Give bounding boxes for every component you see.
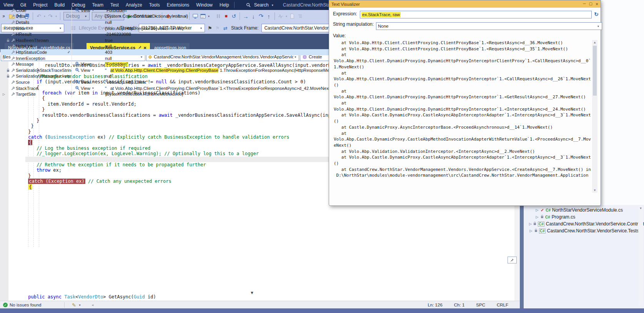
stack-trace-line: Volo.Abp.Http.Client.DynamicProxying.Dyn… bbox=[334, 94, 591, 100]
chevron-down-icon: ▾ bbox=[92, 63, 95, 66]
watch-value: "Volo.Abp.Http.Client" bbox=[105, 80, 148, 84]
pin-icon[interactable] bbox=[67, 50, 70, 55]
chevron-down-icon: ▾ bbox=[92, 86, 95, 90]
row-pin-button[interactable] bbox=[508, 257, 517, 263]
code-cleanup-icon[interactable]: ✎ bbox=[70, 301, 78, 309]
menu-tools[interactable]: Tools bbox=[146, 2, 163, 8]
view-button[interactable]: View▾ bbox=[75, 61, 95, 67]
expression-field[interactable]: ex.StackTrace, raw bbox=[360, 11, 592, 18]
maximize-icon[interactable]: ▢ bbox=[589, 2, 592, 7]
view-magnifier-icon bbox=[75, 86, 80, 91]
expander-icon[interactable]: ▷ bbox=[535, 215, 539, 219]
solution-explorer-scrollbar[interactable]: ▼ bbox=[638, 206, 643, 306]
string-manipulation-label: String manipulation: bbox=[333, 22, 374, 27]
watch-name: HResult bbox=[16, 32, 32, 36]
scroll-down-icon[interactable]: ▼ bbox=[592, 188, 597, 193]
view-button[interactable]: View▾ bbox=[75, 86, 95, 91]
watch-value: "Forbidden" bbox=[105, 62, 128, 66]
menu-extensions[interactable]: Extensions bbox=[163, 2, 193, 8]
string-manipulation-combo[interactable]: None ▾ bbox=[376, 22, 602, 30]
expander-icon[interactable]: ▷ bbox=[529, 222, 532, 226]
solution-item-castandcrew-northstar-vendorservice-contracts[interactable]: ▷C#CastandCrew.NorthStar.VendorService.C… bbox=[524, 220, 644, 227]
menu-build[interactable]: Build bbox=[51, 2, 68, 8]
scrollbar-thumb[interactable] bbox=[593, 46, 597, 96]
scroll-up-icon[interactable]: ▲ bbox=[592, 40, 597, 45]
expander-icon[interactable]: ▷ bbox=[529, 229, 533, 233]
view-button[interactable]: View▾ bbox=[75, 68, 95, 73]
watch-value: null bbox=[105, 74, 112, 78]
dialog-title-bar[interactable]: Text Visualizer ─ ▢ × bbox=[329, 0, 601, 8]
menu-team[interactable]: Team bbox=[89, 2, 107, 8]
property-wrench-icon bbox=[10, 8, 16, 13]
minimize-icon[interactable]: ─ bbox=[583, 2, 586, 7]
view-button[interactable]: View▾ bbox=[75, 8, 95, 13]
menu-test[interactable]: Test bbox=[107, 2, 122, 8]
view-button[interactable]: View▾ bbox=[75, 79, 95, 85]
stack-trace-line: at bbox=[334, 88, 591, 94]
watch-name: SerializationWatsonBuckets bbox=[16, 74, 70, 78]
watch-name: Details bbox=[16, 20, 29, 25]
dialog-scrollbar[interactable]: ▲ ▼ bbox=[592, 40, 597, 193]
property-wrench-icon bbox=[10, 62, 16, 66]
collapse-left-icon[interactable]: ◂ bbox=[92, 303, 93, 307]
menu-analyze[interactable]: Analyze bbox=[122, 2, 146, 8]
issues-indicator[interactable]: ✓ No issues found bbox=[3, 303, 41, 307]
expander-icon[interactable]: ▷ bbox=[2, 26, 6, 30]
stack-trace-line: at Volo.Abp.Http.Client.ClientProxying.C… bbox=[334, 40, 591, 46]
expander-icon[interactable]: ▷ bbox=[2, 56, 6, 60]
stack-trace-line: () bbox=[334, 161, 591, 167]
property-wrench-icon bbox=[10, 68, 16, 73]
solution-item-label: NorthStarVendorServiceModule.cs bbox=[552, 207, 623, 213]
refresh-icon[interactable]: ↻ bbox=[593, 11, 600, 18]
solution-item-label: CastandCrew.NorthStar.VendorService.Cont… bbox=[546, 221, 644, 227]
csharp-test-project-icon: C# bbox=[539, 229, 546, 234]
watch-value: -2146233088 bbox=[105, 32, 131, 36]
solution-item-program-cs[interactable]: ▷C#Program.cs bbox=[524, 214, 644, 220]
solution-item-label: CastandCrew.NorthStar.VendorService.Test… bbox=[547, 228, 639, 234]
watch-value: {System.Reflection.RuntimeMethodInfo} bbox=[105, 92, 183, 96]
watch-name: Data bbox=[16, 14, 25, 18]
column-indicator[interactable]: Ch: 1 bbox=[454, 303, 476, 307]
stack-trace-line: at Volo.Abp.Validation.ValidationInterce… bbox=[334, 149, 591, 155]
chevron-down-icon[interactable]: ▾ bbox=[78, 303, 82, 307]
expression-value: ex.StackTrace, raw bbox=[361, 12, 401, 17]
menu-debug[interactable]: Debug bbox=[68, 2, 88, 8]
menu-window[interactable]: Window bbox=[193, 2, 216, 8]
property-wrench-icon bbox=[10, 44, 16, 48]
line-ending-indicator[interactable]: CRLF bbox=[497, 303, 520, 307]
stack-trace-line: Volo.Abp.Http.Client.DynamicProxying.Dyn… bbox=[334, 76, 591, 82]
csharp-file-icon: C# bbox=[546, 208, 551, 212]
chevron-down-icon: ▾ bbox=[596, 25, 600, 28]
property-wrench-icon bbox=[10, 50, 16, 55]
scroll-down-icon[interactable]: ▼ bbox=[638, 206, 643, 211]
expand-more-icon[interactable]: ▼ bbox=[250, 290, 254, 295]
menu-project[interactable]: Project bbox=[30, 2, 51, 8]
stack-trace-line: eNext() bbox=[334, 142, 591, 149]
view-label: View bbox=[81, 68, 90, 73]
property-wrench-icon bbox=[10, 38, 16, 43]
line-indicator[interactable]: Ln: 126 bbox=[428, 303, 454, 307]
menu-git[interactable]: Git bbox=[17, 2, 30, 8]
watch-name: Error bbox=[16, 26, 26, 31]
menu-help[interactable]: Help bbox=[216, 2, 233, 8]
watch-value: null bbox=[105, 56, 112, 61]
watch-name: HasBeenThrown bbox=[16, 38, 49, 43]
lock-icon bbox=[6, 68, 10, 72]
stack-trace-line: () bbox=[334, 118, 591, 124]
lock-icon bbox=[541, 214, 544, 220]
menu-view[interactable]: View bbox=[0, 2, 17, 8]
stack-trace-line: at CastandCrew.NorthStar.VendorManagemen… bbox=[334, 167, 591, 173]
property-wrench-icon bbox=[10, 56, 16, 61]
stack-trace-text[interactable]: at Volo.Abp.Http.Client.ClientProxying.C… bbox=[334, 40, 591, 179]
spaces-indicator[interactable]: SPC bbox=[476, 303, 497, 307]
expander-icon[interactable]: ▷ bbox=[2, 93, 6, 96]
solution-item-castandcrew-northstar-vendorservice-tests[interactable]: ▷C#CastandCrew.NorthStar.VendorService.T… bbox=[524, 227, 644, 234]
close-icon[interactable]: × bbox=[596, 2, 598, 7]
expander-icon[interactable]: ▷ bbox=[535, 208, 539, 212]
string-manipulation-value: None bbox=[378, 24, 389, 28]
solution-item-northstarvendorservicemodule-cs[interactable]: ▷✓C#NorthStarVendorServiceModule.cs bbox=[524, 207, 644, 214]
expander-icon[interactable]: ▷ bbox=[2, 15, 6, 18]
text-visualizer-dialog: Text Visualizer ─ ▢ × Expression: ex.Sta… bbox=[329, 0, 601, 206]
issues-text: No issues found bbox=[10, 303, 41, 307]
view-label: View bbox=[81, 62, 90, 66]
